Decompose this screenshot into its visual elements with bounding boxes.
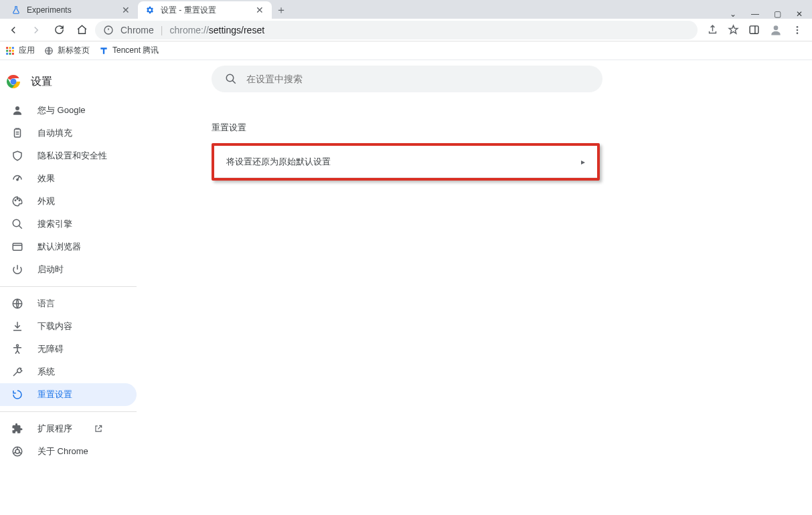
- minimize-button[interactable]: —: [751, 9, 759, 19]
- apps-icon: [5, 46, 15, 56]
- address-bar[interactable]: Chrome | chrome://settings/reset: [95, 21, 698, 39]
- globe-icon: [44, 46, 54, 56]
- sidebar-item-label: 启动时: [37, 264, 64, 276]
- sidebar-item-reset[interactable]: 重置设置: [0, 383, 137, 406]
- side-panel-icon[interactable]: [748, 24, 760, 35]
- reset-row-label: 将设置还原为原始默认设置: [226, 156, 331, 168]
- sidebar-item-label: 无障碍: [37, 343, 64, 355]
- chevron-down-icon[interactable]: ⌄: [730, 9, 736, 19]
- sidebar-item-download[interactable]: 下载内容: [0, 315, 137, 338]
- forward-button[interactable]: [27, 21, 46, 39]
- sidebar-item-chrome[interactable]: 关于 Chrome: [0, 440, 137, 463]
- sidebar-divider: [0, 411, 137, 412]
- svg-rect-20: [15, 129, 21, 137]
- svg-rect-10: [9, 49, 11, 51]
- globe-icon: [11, 298, 24, 310]
- sidebar-item-wrench[interactable]: 系统: [0, 360, 137, 383]
- tab-label: Experiments: [27, 5, 115, 15]
- bookmarks-bar: 应用 新标签页 Tencent 腾讯: [0, 41, 812, 60]
- sidebar-item-palette[interactable]: 外观: [0, 190, 137, 213]
- reload-button[interactable]: [50, 21, 68, 39]
- svg-point-23: [17, 199, 18, 200]
- close-icon[interactable]: ✕: [120, 5, 131, 15]
- flask-icon: [11, 5, 21, 15]
- url-text: chrome://settings/reset: [169, 25, 264, 35]
- profile-icon[interactable]: [769, 23, 783, 37]
- chrome-icon: [5, 74, 21, 90]
- tab-label: 设置 - 重置设置: [161, 5, 249, 16]
- sidebar-item-power[interactable]: 启动时: [0, 258, 137, 281]
- sidebar-item-label: 搜索引擎: [37, 218, 72, 230]
- chrome-icon: [11, 445, 24, 457]
- settings-header: 设置: [0, 68, 171, 99]
- sidebar-item-shield[interactable]: 隐私设置和安全性: [0, 144, 137, 167]
- tab-experiments[interactable]: Experiments ✕: [4, 1, 138, 19]
- sidebar-item-label: 隐私设置和安全性: [37, 150, 107, 162]
- sidebar-item-person[interactable]: 您与 Google: [0, 99, 137, 122]
- svg-point-25: [13, 219, 20, 227]
- search-icon: [11, 218, 24, 230]
- svg-point-2: [774, 25, 779, 30]
- url-separator: |: [161, 25, 163, 35]
- sidebar-item-speed[interactable]: 效果: [0, 167, 137, 190]
- download-icon: [11, 320, 24, 332]
- site-info-icon[interactable]: [103, 25, 114, 35]
- accessibility-icon: [11, 343, 24, 355]
- speed-icon: [11, 173, 24, 185]
- sidebar-item-search[interactable]: 搜索引擎: [0, 213, 137, 235]
- chevron-right-icon: ▸: [581, 157, 585, 167]
- reset-to-default-row[interactable]: 将设置还原为原始默认设置 ▸: [214, 146, 597, 178]
- page-title: 设置: [31, 75, 52, 89]
- search-input[interactable]: [246, 74, 589, 84]
- svg-point-5: [797, 32, 799, 34]
- tab-settings-reset[interactable]: 设置 - 重置设置 ✕: [138, 1, 272, 19]
- person-icon: [11, 104, 24, 116]
- share-icon[interactable]: [707, 24, 718, 35]
- svg-point-19: [15, 106, 19, 110]
- bookmark-newtab[interactable]: 新标签页: [44, 45, 90, 56]
- settings-page: 设置 您与 Google自动填充隐私设置和安全性效果外观搜索引擎默认浏览器启动时…: [0, 60, 812, 515]
- svg-rect-6: [6, 47, 8, 49]
- bookmark-star-icon[interactable]: [728, 24, 739, 35]
- bookmark-label: 应用: [19, 45, 35, 56]
- svg-point-22: [15, 200, 16, 201]
- close-icon[interactable]: ✕: [254, 5, 265, 15]
- sidebar-divider: [0, 286, 137, 287]
- settings-search[interactable]: [212, 66, 602, 92]
- sidebar-item-label: 语言: [37, 298, 55, 310]
- palette-icon: [11, 195, 24, 207]
- sidebar-item-accessibility[interactable]: 无障碍: [0, 338, 137, 360]
- window-close-button[interactable]: ✕: [796, 9, 803, 19]
- svg-point-3: [797, 26, 799, 28]
- svg-point-28: [17, 344, 19, 346]
- search-icon: [225, 73, 237, 85]
- sidebar-item-label: 关于 Chrome: [37, 445, 88, 457]
- external-link-icon: [94, 424, 103, 433]
- settings-sidebar: 设置 您与 Google自动填充隐私设置和安全性效果外观搜索引擎默认浏览器启动时…: [0, 60, 171, 515]
- svg-point-24: [19, 200, 20, 201]
- maximize-button[interactable]: ▢: [774, 9, 781, 19]
- bookmark-label: Tencent 腾讯: [112, 45, 159, 56]
- sidebar-item-label: 重置设置: [37, 389, 72, 401]
- sidebar-item-browser[interactable]: 默认浏览器: [0, 235, 137, 258]
- home-button[interactable]: [72, 21, 91, 39]
- settings-main: 重置设置 将设置还原为原始默认设置 ▸: [171, 60, 812, 515]
- menu-icon[interactable]: [792, 25, 803, 35]
- sidebar-item-label: 下载内容: [37, 320, 72, 332]
- browser-icon: [11, 241, 24, 253]
- svg-rect-14: [12, 52, 14, 54]
- svg-point-31: [226, 74, 234, 82]
- svg-rect-13: [9, 52, 11, 54]
- back-button[interactable]: [4, 21, 23, 39]
- url-host: Chrome: [120, 25, 154, 35]
- sidebar-item-extension[interactable]: 扩展程序: [0, 417, 137, 440]
- bookmark-apps[interactable]: 应用: [5, 45, 35, 56]
- bookmark-tencent[interactable]: Tencent 腾讯: [99, 45, 159, 56]
- power-icon: [11, 264, 24, 276]
- new-tab-button[interactable]: ＋: [272, 1, 291, 19]
- svg-point-18: [11, 80, 16, 84]
- svg-rect-7: [9, 47, 11, 49]
- sidebar-item-label: 效果: [37, 173, 55, 185]
- sidebar-item-globe[interactable]: 语言: [0, 292, 137, 315]
- sidebar-item-clipboard[interactable]: 自动填充: [0, 122, 137, 144]
